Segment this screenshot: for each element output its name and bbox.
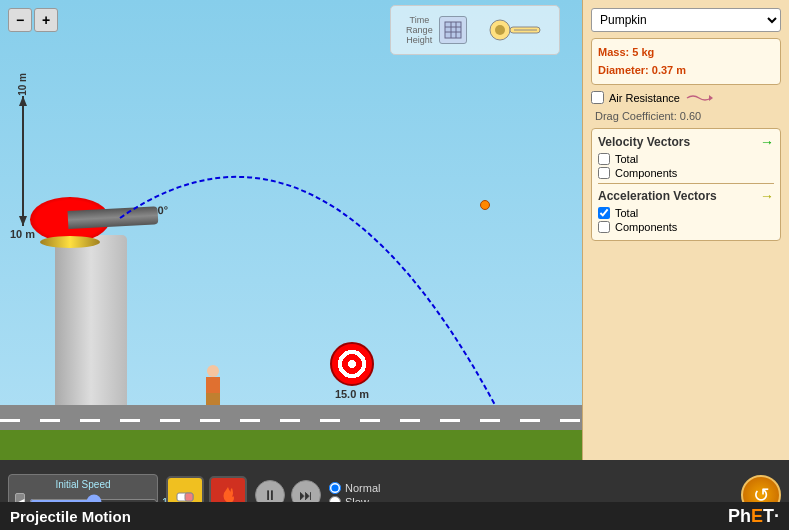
velocity-total-row: Total (598, 153, 774, 165)
velocity-components-checkbox[interactable] (598, 167, 610, 179)
person-head (207, 365, 219, 377)
accel-components-checkbox[interactable] (598, 221, 610, 233)
svg-rect-14 (185, 493, 193, 501)
svg-rect-3 (445, 22, 461, 38)
cannon-pedestal (55, 235, 127, 405)
cannon-ring (40, 236, 100, 248)
vectors-box: Velocity Vectors → Total Components Acce… (591, 128, 781, 241)
svg-marker-1 (19, 96, 27, 106)
air-resistance-label: Air Resistance (609, 92, 680, 104)
target-distance: 15.0 m (335, 388, 369, 400)
scene-toolbar: Time Range Height (390, 5, 560, 55)
normal-speed-radio[interactable] (329, 482, 341, 494)
table-icon (444, 21, 462, 39)
cannon-barrel: 0° (68, 206, 159, 229)
normal-speed-row: Normal (329, 482, 380, 494)
scene: − + 10 m 10 m 0° (0, 0, 582, 460)
person (205, 365, 221, 405)
accel-arrow-icon: → (760, 188, 774, 204)
person-legs (206, 393, 220, 405)
info-box: Mass: 5 kg Diameter: 0.37 m (591, 38, 781, 85)
projectile-select[interactable]: PumpkinBaseballBowling Ball (591, 8, 781, 32)
svg-point-9 (495, 25, 505, 35)
acceleration-vectors-title: Acceleration Vectors → (598, 188, 774, 204)
target: 15.0 m (330, 342, 374, 400)
title-bar: Projectile Motion PhET· (0, 502, 789, 530)
zoom-out-button[interactable]: − (8, 8, 32, 32)
accel-components-row: Components (598, 221, 774, 233)
height-value: 10 m (17, 73, 28, 96)
velocity-arrow-icon: → (760, 134, 774, 150)
zoom-controls: − + (8, 8, 58, 32)
diameter-label: Diameter: 0.37 m (598, 62, 774, 80)
tape-measure-icon (489, 19, 544, 41)
app-title: Projectile Motion (10, 508, 131, 525)
air-resistance-row: Air Resistance (591, 91, 781, 104)
height-arrow-svg (15, 96, 31, 226)
projectile-dot (480, 200, 490, 210)
normal-speed-label: Normal (345, 482, 380, 494)
svg-marker-2 (19, 216, 27, 226)
time-label: Time Range Height (406, 15, 433, 45)
speed-label: Initial Speed (15, 479, 151, 490)
velocity-total-checkbox[interactable] (598, 153, 610, 165)
drag-coeff: Drag Coefficient: 0.60 (591, 110, 781, 122)
air-resistance-checkbox[interactable] (591, 91, 604, 104)
phet-logo: PhET· (728, 506, 779, 527)
person-torso (206, 377, 220, 393)
accel-total-row: Total (598, 207, 774, 219)
data-table-button[interactable] (439, 16, 467, 44)
zoom-in-button[interactable]: + (34, 8, 58, 32)
velocity-components-label: Components (615, 167, 677, 179)
target-circle (330, 342, 374, 386)
accel-total-label: Total (615, 207, 638, 219)
vector-divider (598, 183, 774, 184)
air-resistance-icon (685, 93, 715, 103)
cannon-angle-label: 0° (157, 204, 168, 217)
toolbar-icons: Time Range Height (406, 15, 467, 45)
road (0, 405, 582, 430)
projectile-selector: PumpkinBaseballBowling Ball (591, 8, 781, 32)
cannon: 0° (30, 197, 110, 242)
accel-components-label: Components (615, 221, 677, 233)
right-panel: PumpkinBaseballBowling Ball Mass: 5 kg D… (582, 0, 789, 460)
velocity-vectors-title: Velocity Vectors → (598, 134, 774, 150)
trajectory-path (120, 177, 495, 405)
velocity-components-row: Components (598, 167, 774, 179)
svg-marker-12 (709, 95, 713, 101)
app: − + 10 m 10 m 0° (0, 0, 789, 530)
road-line (0, 419, 582, 422)
tape-measure-widget[interactable] (489, 19, 544, 41)
accel-total-checkbox[interactable] (598, 207, 610, 219)
mass-label: Mass: 5 kg (598, 44, 774, 62)
velocity-total-label: Total (615, 153, 638, 165)
